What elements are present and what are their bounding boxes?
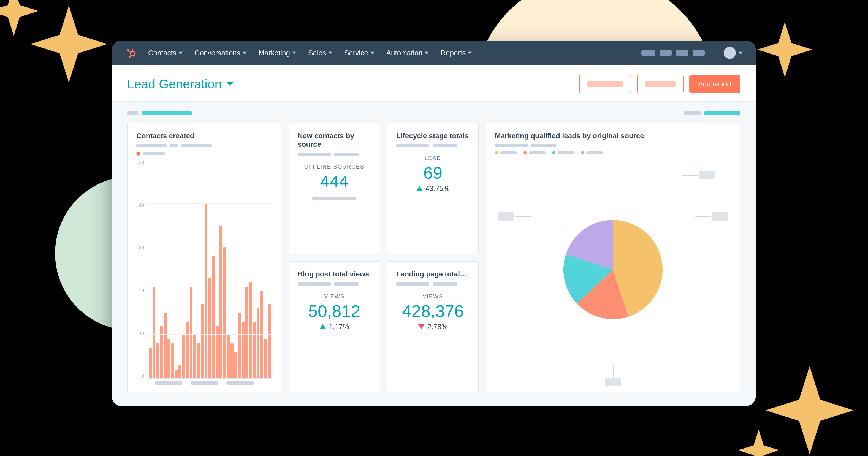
nav-item-label: Automation: [386, 49, 423, 57]
kpi-delta-value: 1.17%: [329, 323, 349, 331]
legend-dot-icon: [495, 151, 498, 154]
bar[interactable]: [163, 313, 166, 378]
legend-item: [495, 151, 517, 154]
filter-placeholder[interactable]: [684, 111, 701, 115]
bars-area: [147, 160, 272, 378]
nav-item-sales[interactable]: Sales: [308, 49, 332, 57]
card-mql-by-source[interactable]: Marketing qualified leads by original so…: [486, 123, 740, 392]
nav-action-placeholder[interactable]: [676, 50, 688, 56]
header-button-placeholder[interactable]: [579, 75, 631, 93]
bar[interactable]: [245, 287, 248, 378]
app-window: ContactsConversationsMarketingSalesServi…: [112, 41, 756, 406]
dashboard-title-dropdown[interactable]: Lead Generation: [127, 77, 233, 91]
nav-action-placeholder[interactable]: [641, 50, 655, 56]
legend-item: [581, 151, 603, 154]
card-blog-post-views[interactable]: Blog post total views VIEWS 50,812 1.17%: [288, 261, 380, 392]
bar[interactable]: [242, 322, 245, 378]
bar[interactable]: [260, 291, 263, 378]
bar[interactable]: [156, 343, 159, 378]
bar[interactable]: [193, 335, 196, 378]
bar[interactable]: [257, 308, 260, 378]
card-title: Blog post total views: [298, 270, 371, 278]
nav-item-contacts[interactable]: Contacts: [148, 49, 183, 57]
card-new-contacts-by-source[interactable]: New contacts by source OFFLINE SOURCES 4…: [288, 123, 380, 254]
bar[interactable]: [190, 287, 193, 378]
nav-item-label: Reports: [441, 49, 466, 57]
filter-placeholder[interactable]: [705, 111, 740, 115]
bar[interactable]: [160, 326, 163, 378]
bar[interactable]: [179, 365, 182, 378]
bar[interactable]: [208, 278, 211, 378]
nav-item-marketing[interactable]: Marketing: [258, 49, 296, 57]
header-button-placeholder[interactable]: [637, 75, 684, 93]
pie-callout-placeholder: [699, 171, 715, 179]
chevron-down-icon: [425, 51, 429, 55]
nav-item-reports[interactable]: Reports: [441, 49, 472, 57]
legend-dot-icon: [524, 151, 527, 154]
kpi-delta: 43.75%: [396, 184, 469, 193]
bar[interactable]: [153, 287, 156, 378]
card-lifecycle-stage-totals[interactable]: Lifecycle stage totals LEAD 69 43.75%: [387, 123, 478, 254]
pie-svg: [563, 220, 662, 319]
account-menu[interactable]: [724, 47, 742, 59]
bar[interactable]: [201, 304, 204, 378]
chevron-down-icon: [227, 82, 233, 86]
page-header: Lead Generation Add report: [112, 65, 756, 101]
x-axis-placeholder: [136, 382, 272, 385]
kpi-label: LEAD: [396, 155, 469, 161]
svg-line-5: [130, 55, 132, 57]
bar[interactable]: [182, 335, 185, 378]
filter-placeholder[interactable]: [127, 111, 138, 115]
chevron-down-icon: [243, 51, 246, 55]
bar[interactable]: [253, 322, 256, 378]
bar[interactable]: [227, 335, 230, 378]
bar[interactable]: [223, 247, 226, 378]
nav-item-conversations[interactable]: Conversations: [195, 49, 246, 57]
bar[interactable]: [167, 339, 170, 378]
nav-action-placeholder[interactable]: [692, 50, 705, 56]
pie-callout-placeholder: [605, 378, 621, 386]
bar[interactable]: [186, 322, 189, 378]
footnote-placeholder: [312, 196, 356, 200]
kpi-value: 428,376: [396, 301, 469, 321]
legend-item: [552, 151, 574, 154]
card-title: Contacts created: [136, 132, 272, 140]
bar[interactable]: [234, 352, 237, 378]
kpi-value: 50,812: [298, 301, 371, 321]
bar[interactable]: [249, 282, 252, 378]
card-title: Landing page total…: [396, 270, 469, 278]
card-subtitle-placeholder: [396, 282, 469, 285]
chevron-down-icon: [179, 51, 183, 55]
filter-placeholder[interactable]: [142, 111, 192, 115]
nav-item-automation[interactable]: Automation: [386, 49, 429, 57]
nav-action-placeholder[interactable]: [659, 50, 672, 56]
add-report-button[interactable]: Add report: [689, 75, 740, 93]
bar[interactable]: [175, 369, 178, 378]
card-subtitle-placeholder: [495, 144, 731, 147]
card-subtitle-placeholder: [396, 144, 469, 147]
bar[interactable]: [219, 225, 222, 378]
cards-grid: Contacts created 50403020100: [127, 123, 740, 392]
bar[interactable]: [264, 339, 267, 378]
bar[interactable]: [238, 313, 241, 378]
bar[interactable]: [171, 343, 174, 378]
nav-right: [641, 46, 742, 60]
bar[interactable]: [216, 326, 219, 378]
chevron-down-icon: [292, 51, 296, 55]
bar[interactable]: [212, 256, 215, 378]
card-title: Marketing qualified leads by original so…: [495, 132, 731, 140]
pie-callout-placeholder: [498, 212, 514, 220]
nav-item-service[interactable]: Service: [344, 49, 374, 57]
legend-label-placeholder: [558, 151, 574, 154]
card-title: New contacts by source: [298, 132, 371, 149]
bar[interactable]: [230, 343, 234, 378]
card-landing-page-views[interactable]: Landing page total… VIEWS 428,376 2.78%: [387, 261, 478, 392]
sparkle-icon: [757, 22, 812, 77]
legend-label-placeholder: [586, 151, 603, 154]
hubspot-logo-icon[interactable]: [125, 48, 136, 58]
bar[interactable]: [197, 343, 200, 378]
card-contacts-created[interactable]: Contacts created 50403020100: [127, 123, 281, 392]
bar[interactable]: [268, 304, 271, 378]
bar[interactable]: [149, 348, 152, 378]
dashboard-body: Contacts created 50403020100: [112, 101, 756, 406]
